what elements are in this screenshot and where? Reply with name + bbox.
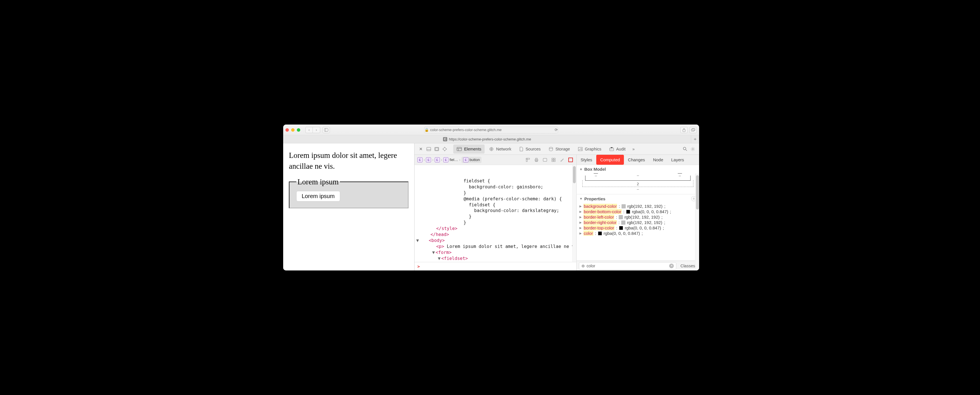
back-button[interactable]: ‹ — [305, 127, 313, 133]
svg-rect-4 — [692, 128, 695, 131]
window-controls — [285, 128, 300, 132]
styles-tabbar: Styles Computed Changes Node Layers — [577, 155, 699, 165]
properties-header[interactable]: ▼Properties≡ — [577, 194, 699, 203]
print-styles-button[interactable] — [534, 157, 539, 163]
tab-elements[interactable]: Elements — [453, 145, 485, 154]
url-text: color-scheme-prefers-color-scheme.glitch… — [430, 128, 502, 132]
page-button[interactable]: Lorem ipsum — [296, 191, 340, 201]
tab-title: https://color-scheme-prefers-color-schem… — [449, 137, 531, 141]
tabs-overview-button[interactable] — [689, 127, 697, 133]
paint-button[interactable] — [559, 157, 565, 163]
tab-layers[interactable]: Layers — [667, 155, 688, 165]
safari-window: ‹ › 🔒 color-scheme-prefers-color-scheme.… — [283, 124, 699, 271]
dom-panel: E› E› E› Efiel…› Ebutton — [415, 155, 577, 271]
sidebar-toggle-button[interactable] — [323, 127, 330, 133]
color-swatch[interactable] — [619, 215, 623, 219]
sidebar-scrollbar[interactable] — [695, 174, 699, 271]
compositing-button[interactable] — [568, 157, 573, 163]
share-button[interactable] — [680, 127, 688, 133]
color-swatch[interactable] — [619, 226, 623, 230]
svg-point-21 — [683, 147, 686, 150]
crumb-form[interactable]: E — [435, 157, 440, 162]
tab-graphics[interactable]: Graphics — [574, 145, 605, 154]
zoom-window-button[interactable] — [297, 128, 300, 132]
target-button[interactable] — [441, 146, 448, 153]
force-state-button[interactable] — [542, 157, 548, 163]
svg-rect-19 — [578, 147, 582, 151]
prop-row[interactable]: ▶border-bottom-color:rgba(0, 0, 0, 0.847… — [579, 209, 697, 214]
print-icon — [534, 158, 539, 162]
dock-side-icon — [434, 147, 439, 151]
close-window-button[interactable] — [285, 128, 289, 132]
svg-line-22 — [686, 150, 687, 151]
console-prompt[interactable]: > — [415, 262, 576, 271]
graphics-icon — [578, 147, 582, 151]
prop-row[interactable]: ▶border-right-color:rgb(192, 192, 192); — [579, 220, 697, 225]
svg-rect-0 — [325, 128, 328, 131]
rulers-button[interactable] — [525, 157, 531, 163]
clear-filter-button[interactable]: ✕ — [669, 264, 674, 268]
page-fieldset: Lorem ipsum Lorem ipsum — [289, 178, 409, 208]
svg-rect-28 — [552, 158, 553, 159]
tab-audit[interactable]: Audit — [606, 145, 629, 154]
minimize-window-button[interactable] — [291, 128, 294, 132]
scrollbar-thumb[interactable] — [573, 166, 576, 183]
tab-storage[interactable]: Storage — [545, 145, 573, 154]
device-icon — [543, 158, 547, 162]
svg-point-18 — [549, 147, 553, 148]
crumb-button[interactable]: Ebutton — [461, 157, 482, 163]
color-swatch[interactable] — [622, 204, 625, 208]
filter-input[interactable]: ⊜ color ✕ — [579, 262, 676, 269]
filter-row: ⊜ color ✕ Classes — [577, 261, 699, 271]
layout-grid-button[interactable] — [551, 157, 556, 163]
dock-side-button[interactable] — [433, 146, 440, 153]
svg-rect-25 — [536, 158, 537, 159]
dom-tree[interactable]: fieldset { background-color: gainsboro; … — [415, 165, 576, 262]
crumb-body[interactable]: E — [426, 157, 431, 162]
dock-bottom-button[interactable] — [425, 146, 432, 153]
svg-point-23 — [692, 148, 694, 150]
color-swatch[interactable] — [626, 210, 630, 214]
tab-node[interactable]: Node — [649, 155, 667, 165]
rendered-page: Lorem ipsum dolor sit amet, legere ancil… — [283, 143, 414, 271]
browser-tab[interactable]: C https://color-scheme-prefers-color-sch… — [283, 135, 691, 143]
audit-icon — [609, 147, 614, 151]
forward-button[interactable]: › — [313, 127, 320, 133]
tab-network[interactable]: Network — [486, 145, 514, 154]
svg-rect-31 — [554, 160, 555, 162]
address-bar[interactable]: 🔒 color-scheme-prefers-color-scheme.glit… — [424, 127, 558, 133]
classes-button[interactable]: Classes — [679, 264, 697, 268]
scrollbar-track[interactable] — [572, 165, 576, 262]
properties-section: ▼Properties≡ ▶background-color:rgb(192, … — [577, 194, 699, 261]
prop-row[interactable]: ▶border-top-color:rgba(0, 0, 0, 0.847); — [579, 225, 697, 231]
tab-styles[interactable]: Styles — [577, 155, 596, 165]
tab-computed[interactable]: Computed — [596, 155, 624, 165]
tab-changes[interactable]: Changes — [624, 155, 649, 165]
sidebar-icon — [324, 128, 328, 132]
more-tabs-button[interactable]: » — [630, 146, 637, 153]
search-button[interactable] — [681, 146, 688, 153]
new-tab-button[interactable]: ＋ — [691, 136, 699, 142]
content-area: Lorem ipsum dolor sit amet, legere ancil… — [283, 143, 699, 271]
color-swatch[interactable] — [598, 231, 602, 236]
devtools-tabbar: ✕ Elements Network Sources — [415, 143, 699, 155]
box-model-header[interactable]: ▼Box Model — [577, 165, 699, 173]
reload-icon[interactable]: ⟳ — [555, 128, 558, 132]
svg-rect-14 — [457, 147, 461, 151]
svg-rect-3 — [691, 129, 694, 131]
settings-button[interactable] — [689, 146, 696, 153]
page-paragraph: Lorem ipsum dolor sit amet, legere ancil… — [289, 150, 409, 172]
close-devtools-button[interactable]: ✕ — [417, 146, 424, 153]
page-form: Lorem ipsum Lorem ipsum — [289, 178, 409, 208]
svg-point-9 — [443, 148, 446, 150]
prop-row[interactable]: ▶background-color:rgb(192, 192, 192); — [579, 204, 697, 209]
prop-row[interactable]: ▶border-left-color:rgb(192, 192, 192); — [579, 214, 697, 220]
favicon: C — [443, 137, 447, 141]
crumb-html[interactable]: E — [417, 157, 423, 162]
tab-sources[interactable]: Sources — [516, 145, 544, 154]
crumb-fieldset[interactable]: Efiel… — [443, 157, 458, 162]
storage-icon — [549, 147, 553, 151]
color-swatch[interactable] — [621, 221, 625, 225]
target-icon — [442, 147, 447, 151]
prop-row[interactable]: ▶color:rgba(0, 0, 0, 0.847); — [579, 231, 697, 236]
